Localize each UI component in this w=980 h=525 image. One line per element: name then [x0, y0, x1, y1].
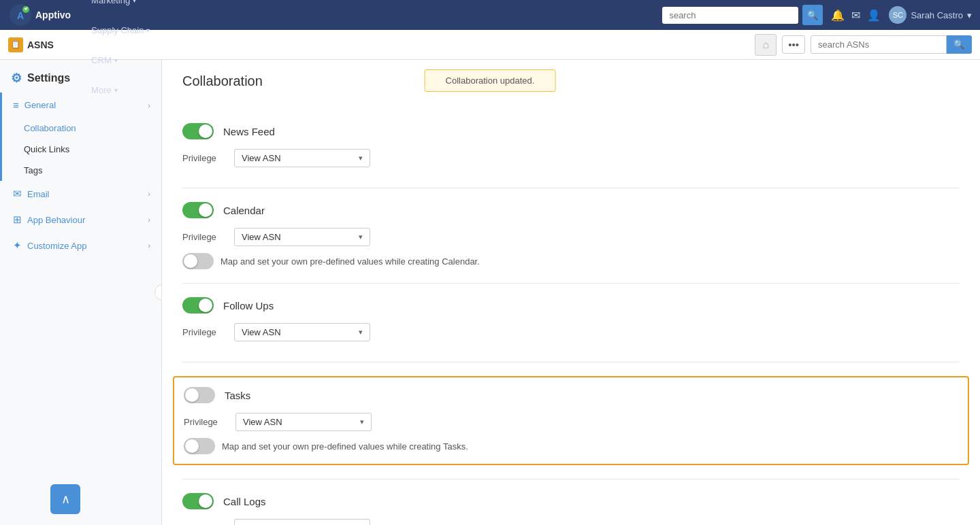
- privilege-select-follow-ups[interactable]: View ASN ▾: [234, 323, 370, 341]
- chevron-right-icon: ›: [148, 190, 150, 198]
- section-name-tasks: Tasks: [225, 390, 250, 401]
- sidebar-item-left: ≡ General: [13, 99, 56, 111]
- section-header-tasks: Tasks: [184, 387, 958, 403]
- nav-item-crm[interactable]: CRM▾: [84, 45, 189, 75]
- toggle-call-logs[interactable]: [182, 493, 214, 509]
- toggle-calendar[interactable]: [182, 202, 214, 218]
- privilege-label-calendar: Privilege: [182, 232, 223, 242]
- map-text-calendar: Map and set your own pre-defined values …: [220, 256, 480, 267]
- main-content: Collaboration News Feed Privilege View A…: [162, 60, 980, 525]
- map-toggle-tasks[interactable]: [184, 438, 215, 454]
- collaboration-sections: News Feed Privilege View ASN ▾ Calendar …: [182, 109, 960, 525]
- privilege-select-news-feed[interactable]: View ASN ▾: [234, 149, 370, 167]
- sidebar-section-general: ≡ General › CollaborationQuick LinksTags: [0, 92, 161, 181]
- section-name-news-feed: News Feed: [223, 126, 275, 137]
- dropdown-arrow-icon: ▾: [359, 233, 363, 241]
- app-label: 📋 ASNS: [8, 37, 54, 52]
- asn-search-input[interactable]: [811, 35, 947, 54]
- nav-utility-icons: 🔔 ✉ 👤: [831, 9, 881, 22]
- section-header-call-logs: Call Logs: [182, 493, 960, 509]
- nav-items: Product Management▾Financials▾Marketing▾…: [84, 0, 189, 105]
- asn-search-icon: 🔍: [953, 39, 965, 50]
- section-header-news-feed: News Feed: [182, 123, 960, 139]
- toggle-tasks[interactable]: [184, 387, 215, 403]
- nav-item-more[interactable]: More▾: [84, 75, 189, 105]
- sidebar-section-customize-app: ✦ Customize App ›: [0, 233, 161, 258]
- user-icon[interactable]: 👤: [867, 9, 881, 22]
- privilege-value-tasks: View ASN: [243, 417, 282, 427]
- privilege-row-calendar: Privilege View ASN ▾: [182, 228, 960, 246]
- home-button[interactable]: ⌂: [755, 34, 777, 56]
- asn-search-area: 🔍: [811, 35, 972, 54]
- section-name-calendar: Calendar: [223, 205, 265, 216]
- secondary-bar-right: ⌂ ••• 🔍: [755, 34, 972, 56]
- sidebar: ⚙ Settings ≡ General › CollaborationQuic…: [0, 60, 162, 525]
- dropdown-arrow-icon: ▾: [360, 418, 364, 426]
- sidebar-subitem-tags[interactable]: Tags: [13, 160, 161, 181]
- user-dropdown-icon: ▾: [967, 10, 972, 20]
- sidebar-item-left: ✦ Customize App: [13, 239, 86, 252]
- map-text-tasks: Map and set your own pre-defined values …: [222, 441, 468, 452]
- privilege-select-tasks[interactable]: View ASN ▾: [235, 413, 372, 431]
- settings-title: Settings: [27, 72, 70, 84]
- nav-label: More: [91, 85, 112, 95]
- sidebar-item-icon: ✉: [13, 188, 22, 200]
- toggle-news-feed[interactable]: [182, 123, 214, 139]
- global-search-input[interactable]: [662, 7, 798, 24]
- app-name: ASNS: [27, 39, 54, 50]
- privilege-row-call-logs: Privilege View ASN ▾: [182, 519, 960, 525]
- envelope-icon[interactable]: ✉: [851, 9, 860, 22]
- dots-icon: •••: [788, 39, 799, 50]
- nav-label: Marketing: [91, 0, 130, 5]
- settings-icon: ⚙: [11, 71, 22, 86]
- section-inner: Call Logs Privilege View ASN ▾ Map and s…: [182, 493, 960, 525]
- privilege-select-calendar[interactable]: View ASN ▾: [234, 228, 370, 246]
- logo-text: Apptivo: [35, 10, 71, 20]
- more-options-button[interactable]: •••: [782, 35, 805, 54]
- dropdown-arrow-icon: ▾: [359, 328, 363, 337]
- nav-item-supply-chain[interactable]: Supply Chain▾: [84, 15, 189, 45]
- sidebar-item-customize-app[interactable]: ✦ Customize App ›: [2, 233, 161, 258]
- sidebar-item-label: Email: [27, 189, 50, 199]
- sidebar-item-email[interactable]: ✉ Email ›: [2, 181, 161, 207]
- bell-icon[interactable]: 🔔: [831, 9, 845, 22]
- chevron-up-icon: ∧: [61, 492, 70, 507]
- map-toggle-calendar[interactable]: [182, 253, 214, 269]
- nav-item-marketing[interactable]: Marketing▾: [84, 0, 189, 15]
- chevron-right-icon: ›: [148, 241, 150, 250]
- tasks-highlight-box: Tasks Privilege View ASN ▾ Map and set y…: [173, 376, 969, 465]
- sidebar-item-icon: ≡: [13, 99, 19, 111]
- map-row-calendar: Map and set your own pre-defined values …: [182, 253, 960, 269]
- user-name: Sarah Castro: [911, 10, 963, 20]
- global-search-button[interactable]: 🔍: [802, 5, 823, 25]
- privilege-label-news-feed: Privilege: [182, 153, 223, 163]
- avatar: SC: [889, 6, 906, 24]
- toggle-follow-ups[interactable]: [182, 297, 214, 314]
- privilege-row-follow-ups: Privilege View ASN ▾: [182, 323, 960, 341]
- dropdown-caret-icon: ▾: [114, 56, 118, 64]
- section-name-follow-ups: Follow Ups: [223, 300, 274, 311]
- sidebar-collapse-button[interactable]: ‹: [154, 284, 162, 301]
- asns-icon: 📋: [8, 37, 23, 52]
- sidebar-sections: ≡ General › CollaborationQuick LinksTags…: [0, 92, 161, 258]
- dropdown-arrow-icon: ▾: [359, 154, 363, 163]
- sidebar-section-email: ✉ Email ›: [0, 181, 161, 207]
- sidebar-subitem-collaboration[interactable]: Collaboration: [13, 118, 161, 139]
- sidebar-subitem-quick-links[interactable]: Quick Links: [13, 139, 161, 160]
- privilege-select-call-logs[interactable]: View ASN ▾: [234, 519, 370, 525]
- app-layout: ⚙ Settings ≡ General › CollaborationQuic…: [0, 60, 980, 525]
- scroll-to-top-button[interactable]: ∧: [50, 484, 80, 514]
- section-inner: Calendar Privilege View ASN ▾ Map and se…: [182, 202, 960, 269]
- chevron-right-icon: ›: [148, 216, 150, 224]
- chevron-left-icon: ‹: [161, 288, 162, 297]
- sidebar-section-app-behaviour: ⊞ App Behaviour ›: [0, 207, 161, 233]
- app-logo[interactable]: A Apptivo: [8, 3, 71, 27]
- section-inner: Follow Ups Privilege View ASN ▾: [182, 297, 960, 341]
- user-menu[interactable]: SC Sarah Castro ▾: [889, 6, 972, 24]
- asn-search-button[interactable]: 🔍: [947, 35, 972, 54]
- sidebar-item-app-behaviour[interactable]: ⊞ App Behaviour ›: [2, 207, 161, 233]
- privilege-value-calendar: View ASN: [242, 232, 281, 242]
- dropdown-caret-icon: ▾: [114, 86, 118, 94]
- section-header-calendar: Calendar: [182, 202, 960, 218]
- sidebar-item-icon: ⊞: [13, 214, 22, 226]
